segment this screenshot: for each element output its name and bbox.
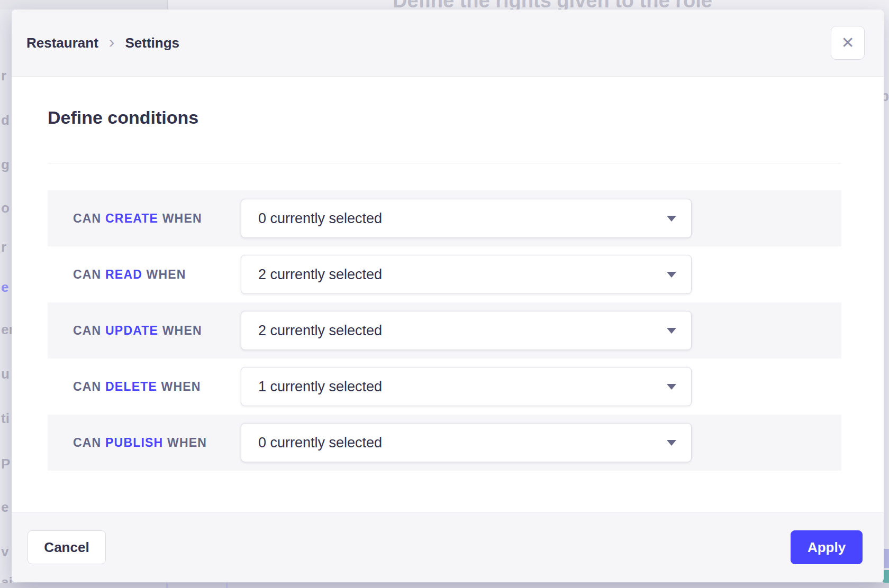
background-left-edge-fragment: ti bbox=[1, 410, 10, 427]
breadcrumb: Restaurant › Settings bbox=[26, 33, 179, 52]
can-update-condition-select[interactable]: 2 currently selected bbox=[241, 311, 692, 350]
label-action: UPDATE bbox=[105, 324, 158, 337]
condition-row-publish: CAN PUBLISH WHEN 0 currently selected bbox=[48, 415, 841, 471]
background-left-edge-fragment: o bbox=[1, 200, 10, 216]
condition-label-delete: CAN DELETE WHEN bbox=[48, 380, 241, 394]
label-prefix: CAN bbox=[73, 436, 101, 449]
label-suffix: WHEN bbox=[161, 380, 201, 393]
apply-button[interactable]: Apply bbox=[791, 530, 863, 564]
label-action: CREATE bbox=[105, 212, 158, 225]
breadcrumb-item-settings[interactable]: Settings bbox=[125, 35, 179, 51]
background-left-edge-fragment: g bbox=[1, 157, 10, 173]
can-read-condition-select[interactable]: 2 currently selected bbox=[241, 255, 692, 294]
background-left-edge-text: rdgoreerutiPevai bbox=[0, 0, 12, 588]
condition-label-create: CAN CREATE WHEN bbox=[48, 212, 241, 226]
background-left-edge-fragment: d bbox=[1, 112, 10, 128]
select-value: 2 currently selected bbox=[258, 267, 382, 283]
define-conditions-modal: Restaurant › Settings ✕ Define condition… bbox=[12, 10, 884, 582]
background-column-divider bbox=[226, 583, 228, 588]
breadcrumb-item-restaurant[interactable]: Restaurant bbox=[26, 35, 98, 51]
label-prefix: CAN bbox=[73, 212, 101, 225]
select-value: 1 currently selected bbox=[258, 379, 382, 395]
chevron-down-icon bbox=[667, 216, 676, 222]
can-create-condition-select[interactable]: 0 currently selected bbox=[241, 199, 692, 238]
condition-label-read: CAN READ WHEN bbox=[48, 268, 241, 282]
background-left-edge-fragment: e bbox=[1, 279, 8, 296]
condition-label-update: CAN UPDATE WHEN bbox=[48, 324, 241, 338]
background-left-edge-fragment: u bbox=[1, 366, 10, 382]
chevron-right-icon: › bbox=[109, 33, 115, 52]
select-value: 2 currently selected bbox=[258, 323, 382, 339]
background-left-edge-fragment: r bbox=[1, 68, 6, 84]
label-prefix: CAN bbox=[73, 324, 101, 337]
background-left-edge-fragment: r bbox=[1, 239, 6, 255]
label-suffix: WHEN bbox=[147, 268, 186, 281]
can-delete-condition-select[interactable]: 1 currently selected bbox=[241, 367, 692, 406]
cancel-button[interactable]: Cancel bbox=[28, 530, 106, 564]
chevron-down-icon bbox=[667, 272, 676, 278]
condition-row-create: CAN CREATE WHEN 0 currently selected bbox=[48, 190, 841, 246]
chevron-down-icon bbox=[667, 328, 676, 334]
background-bottom-strip bbox=[0, 583, 889, 588]
modal-body: Define conditions CAN CREATE WHEN 0 curr… bbox=[12, 107, 884, 471]
label-suffix: WHEN bbox=[167, 436, 207, 449]
background-left-edge-fragment: P bbox=[1, 456, 10, 472]
conditions-list: CAN CREATE WHEN 0 currently selected CAN… bbox=[48, 190, 841, 471]
condition-row-read: CAN READ WHEN 2 currently selected bbox=[48, 246, 841, 302]
title-divider bbox=[48, 163, 841, 163]
select-value: 0 currently selected bbox=[258, 435, 382, 451]
label-action: READ bbox=[105, 268, 142, 281]
chevron-down-icon bbox=[667, 384, 676, 390]
condition-label-publish: CAN PUBLISH WHEN bbox=[48, 436, 241, 450]
background-left-edge-fragment: v bbox=[1, 544, 8, 560]
label-suffix: WHEN bbox=[162, 212, 202, 225]
modal-footer: Cancel Apply bbox=[12, 512, 884, 582]
modal-title: Define conditions bbox=[48, 107, 884, 128]
select-value: 0 currently selected bbox=[258, 210, 382, 227]
close-icon: ✕ bbox=[841, 35, 854, 51]
label-action: PUBLISH bbox=[105, 436, 163, 449]
can-publish-condition-select[interactable]: 0 currently selected bbox=[241, 423, 692, 462]
background-topbar-left bbox=[0, 0, 167, 10]
label-suffix: WHEN bbox=[162, 324, 202, 337]
close-button[interactable]: ✕ bbox=[831, 26, 865, 60]
condition-row-update: CAN UPDATE WHEN 2 currently selected bbox=[48, 302, 841, 359]
chevron-down-icon bbox=[667, 440, 676, 446]
background-column-divider bbox=[166, 583, 168, 588]
modal-header: Restaurant › Settings ✕ bbox=[12, 10, 884, 77]
label-prefix: CAN bbox=[73, 380, 101, 393]
label-prefix: CAN bbox=[73, 268, 101, 281]
background-left-edge-fragment: e bbox=[1, 499, 8, 516]
background-topbar-right: Define the rights given to the role bbox=[167, 0, 889, 10]
condition-row-delete: CAN DELETE WHEN 1 currently selected bbox=[48, 359, 841, 415]
label-action: DELETE bbox=[105, 380, 157, 393]
